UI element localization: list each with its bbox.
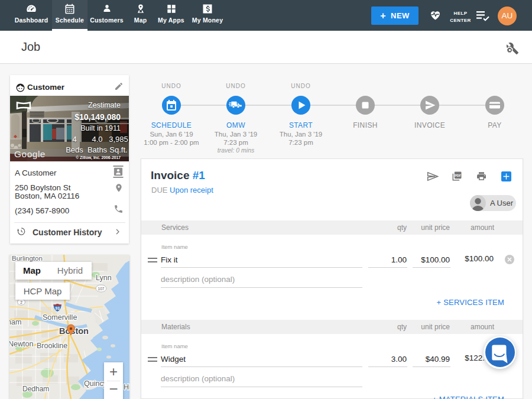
svg-text:Newton: Newton xyxy=(9,340,33,348)
svg-text:Lynn: Lynn xyxy=(96,274,112,282)
svg-text:Burlington: Burlington xyxy=(12,255,43,262)
svg-text:Dedham: Dedham xyxy=(22,385,49,393)
svg-text:Somerville: Somerville xyxy=(43,313,77,322)
svg-text:Hi: Hi xyxy=(124,383,129,391)
svg-text:ham: ham xyxy=(9,318,21,326)
svg-text:107: 107 xyxy=(98,287,105,291)
svg-text:PDF: PDF xyxy=(455,174,462,177)
svg-text:2: 2 xyxy=(20,300,22,304)
svg-text:Brookline: Brookline xyxy=(37,342,67,350)
svg-text:93: 93 xyxy=(56,306,60,310)
